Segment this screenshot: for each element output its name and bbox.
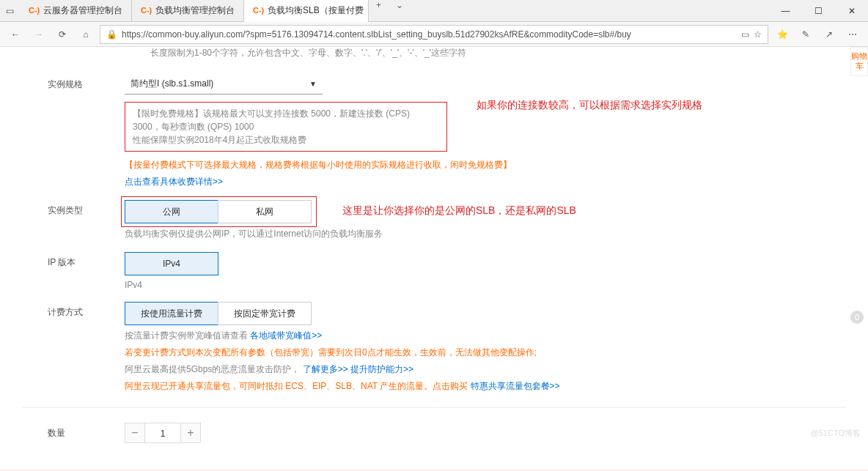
- billing-toggle-group: 按使用流量计费 按固定带宽计费: [125, 302, 846, 325]
- aliyun-icon: C-): [253, 6, 263, 16]
- qty-value[interactable]: 1: [145, 423, 180, 443]
- spec-detail-link[interactable]: 点击查看具体收费详情>>: [125, 176, 846, 188]
- billing-hint2: 若变更计费方式则本次变配所有参数（包括带宽）需要到次日0点才能生效，生效前，无法…: [125, 346, 846, 359]
- quantity-stepper: − 1 +: [125, 423, 846, 443]
- forward-button[interactable]: →: [29, 25, 48, 44]
- url-bar[interactable]: 🔒 https://common-buy.aliyun.com/?spm=517…: [100, 25, 768, 44]
- qty-plus-button[interactable]: +: [180, 423, 201, 443]
- billing-bandwidth-button[interactable]: 按固定带宽计费: [218, 302, 312, 325]
- nav-bar: ← → ⟳ ⌂ 🔒 https://common-buy.aliyun.com/…: [0, 22, 868, 47]
- tab-label: 负载均衡管理控制台: [155, 4, 235, 17]
- billing-label: 计费方式: [22, 302, 125, 319]
- notes-icon[interactable]: ✎: [796, 25, 815, 44]
- share-icon[interactable]: ↗: [820, 25, 839, 44]
- tab-1[interactable]: C-) 负载均衡管理控制台: [132, 0, 244, 22]
- spec-info-box: 【限时免费规格】该规格最大可以支持连接数 5000，新建连接数 (CPS) 30…: [125, 102, 447, 152]
- billing-hint3: 阿里云最高提供5Gbps的恶意流量攻击防护， 了解更多>> 提升防护能力>>: [125, 363, 846, 376]
- ip-toggle-group: IPv4: [125, 252, 846, 275]
- home-button[interactable]: ⌂: [76, 25, 95, 44]
- ipv4-button[interactable]: IPv4: [125, 252, 218, 275]
- url-text: https://common-buy.aliyun.com/?spm=5176.…: [122, 29, 737, 40]
- minimize-button[interactable]: —: [769, 0, 802, 22]
- billing-hint1: 按流量计费实例带宽峰值请查看 各地域带宽峰值>>: [125, 330, 846, 342]
- cart-sidebar[interactable]: 购物车: [850, 47, 868, 76]
- qty-minus-button[interactable]: −: [125, 423, 145, 443]
- ip-label: IP 版本: [22, 252, 125, 269]
- type-public-button[interactable]: 公网: [125, 200, 218, 223]
- tab-label: 负载均衡SLB（按量付费: [268, 4, 364, 17]
- spec-label: 实例规格: [22, 74, 125, 91]
- type-private-button[interactable]: 私网: [218, 200, 312, 223]
- upgrade-protection-link[interactable]: 提升防护能力>>: [350, 364, 413, 374]
- tab-label: 云服务器管理控制台: [43, 4, 122, 17]
- type-label: 实例类型: [22, 200, 125, 217]
- refresh-button[interactable]: ⟳: [53, 25, 72, 44]
- spec-box-line2: 性能保障型实例2018年4月起正式收取规格费: [133, 133, 439, 147]
- tab-overflow-icon[interactable]: ⌄: [389, 0, 411, 22]
- window-controls: — ☐ ✕: [769, 0, 868, 22]
- type-annotation: 这里是让你选择你的是公网的SLB，还是私网的SLB: [342, 200, 576, 218]
- new-tab-button[interactable]: +: [369, 0, 389, 22]
- page-content: 购物车 0 长度限制为1-80个字符，允许包含中文、字母、数字、'.'、'/'、…: [0, 47, 868, 470]
- aliyun-icon: C-): [29, 6, 39, 16]
- app-icon: ▭: [0, 0, 20, 22]
- bandwidth-peak-link[interactable]: 各地域带宽峰值>>: [250, 330, 322, 341]
- star-icon[interactable]: ☆: [754, 29, 762, 40]
- learn-more-link[interactable]: 了解更多>>: [303, 364, 348, 374]
- type-toggle-group: 公网 私网: [125, 200, 313, 223]
- ip-hint: IPv4: [125, 280, 846, 290]
- chevron-down-icon: ▼: [309, 80, 317, 88]
- favorites-icon[interactable]: ⭐: [773, 25, 792, 44]
- browser-tab-bar: ▭ C-) 云服务器管理控制台 C-) 负载均衡管理控制台 C-) 负载均衡SL…: [0, 0, 868, 22]
- shared-traffic-link[interactable]: 特惠共享流量包套餐>>: [471, 381, 560, 391]
- billing-traffic-button[interactable]: 按使用流量计费: [125, 302, 218, 325]
- type-hint: 负载均衡实例仅提供公网IP，可以通过Internet访问的负载均衡服务: [125, 228, 846, 240]
- tab-0[interactable]: C-) 云服务器管理控制台: [20, 0, 132, 22]
- watermark: @51CTO博客: [811, 428, 861, 439]
- aliyun-icon: C-): [141, 6, 151, 16]
- close-button[interactable]: ✕: [835, 0, 868, 22]
- billing-hint4: 阿里云现已开通共享流量包，可同时抵扣 ECS、EIP、SLB、NAT 产生的流量…: [125, 380, 846, 393]
- badge-count: 0: [850, 311, 864, 324]
- name-hint: 长度限制为1-80个字符，允许包含中文、字母、数字、'.'、'/'、'_'、'-…: [22, 47, 846, 59]
- spec-box-line1: 【限时免费规格】该规格最大可以支持连接数 5000，新建连接数 (CPS) 30…: [133, 107, 439, 133]
- tab-2[interactable]: C-) 负载均衡SLB（按量付费 ×: [244, 0, 369, 22]
- lock-icon: 🔒: [106, 29, 117, 40]
- spec-selected: 简约型I (slb.s1.small): [130, 78, 213, 90]
- reader-icon[interactable]: ▭: [741, 29, 749, 40]
- spec-dropdown[interactable]: 简约型I (slb.s1.small) ▼: [125, 74, 323, 94]
- spec-annotation: 如果你的连接数较高，可以根据需求选择实列规格: [477, 94, 702, 112]
- spec-note: 【按量付费模式下可选择最大规格，规格费将根据每小时使用的实际规格进行收取，闲时免…: [125, 159, 846, 171]
- tabs: ▭ C-) 云服务器管理控制台 C-) 负载均衡管理控制台 C-) 负载均衡SL…: [0, 0, 411, 22]
- back-button[interactable]: ←: [6, 25, 25, 44]
- more-icon[interactable]: ⋯: [843, 25, 862, 44]
- quantity-label: 数量: [22, 423, 125, 440]
- maximize-button[interactable]: ☐: [802, 0, 835, 22]
